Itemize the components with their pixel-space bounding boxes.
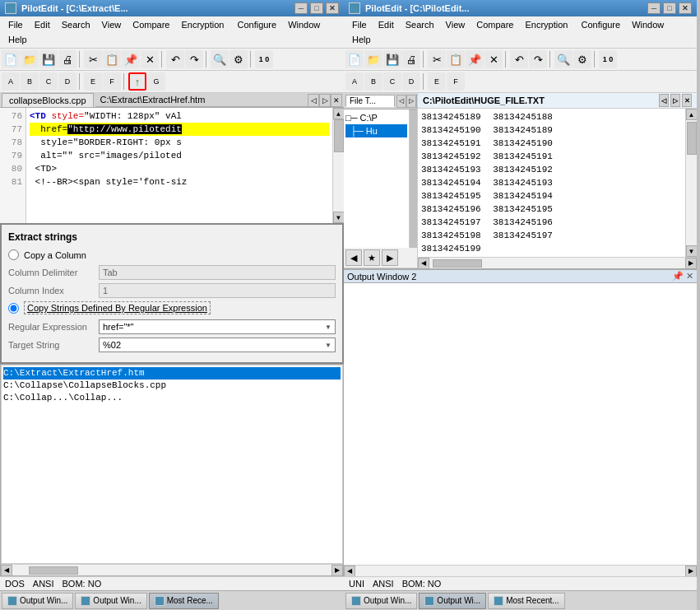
right-menu-view[interactable]: View [441,18,471,31]
tb2-icon4[interactable]: D [58,72,76,91]
r-delete-icon[interactable]: ✕ [484,50,503,68]
scroll-thumb[interactable] [334,119,344,152]
r-new-icon[interactable]: 📄 [345,50,364,68]
output-h-scroll[interactable]: ◀ ▶ [1,564,343,575]
r-taskbar-btn-1[interactable]: Output Wi... [419,593,486,609]
find-icon[interactable]: 🔍 [211,50,229,68]
delimiter-input[interactable]: Tab [99,265,336,280]
index-input[interactable]: 1 [99,283,336,298]
redo-icon[interactable]: ↷ [185,50,203,68]
right-tab-next[interactable]: ▷ [406,95,416,108]
hex-close[interactable]: ✕ [682,94,692,107]
right-menu-file[interactable]: File [347,18,372,31]
output-list[interactable]: C:\Extract\ExtractHref.htm C:\Collapse\C… [1,365,343,564]
menu-help[interactable]: Help [3,33,32,46]
upload-icon[interactable]: ↑ [128,72,146,91]
menu-compare[interactable]: Compare [127,18,174,31]
right-h-scroll[interactable]: ◀ ▶ [418,257,697,268]
r-scroll-up[interactable]: ▲ [686,109,698,120]
taskbar-btn-2[interactable]: Most Rece... [149,593,219,609]
tab-file-tree[interactable]: File T... [345,95,395,107]
cut-icon[interactable]: ✂ [84,50,102,68]
right-maximize-button[interactable]: □ [663,2,676,14]
open-icon[interactable]: 📁 [21,50,39,68]
undo-icon[interactable]: ↶ [166,50,184,68]
regex-input[interactable]: href="*" ▼ [99,319,336,334]
r-find-icon[interactable]: 🔍 [554,50,573,68]
tb2-icon3[interactable]: C [39,72,58,91]
tree-item-root[interactable]: □─ C:\P [345,111,407,124]
file-tree[interactable]: □─ C:\P ├─ Hu [344,109,410,248]
r-h-scroll-thumb[interactable] [433,259,482,268]
r-paste-icon[interactable]: 📌 [466,50,484,68]
r-taskbar-btn-2[interactable]: Most Recent... [488,593,564,609]
right-code-scrollbar[interactable]: ▲ ▼ [685,109,697,257]
hex-prev[interactable]: ◁ [659,94,669,107]
scroll-up[interactable]: ▲ [333,108,345,119]
nav-bookmark[interactable]: ★ [364,249,380,266]
r-scroll-down[interactable]: ▼ [686,245,698,257]
out-h-right[interactable]: ▶ [685,566,697,577]
menu-search[interactable]: Search [57,18,95,31]
r-number-icon[interactable]: 1 0 [599,50,617,68]
menu-encryption[interactable]: Encryption [176,18,229,31]
r-open-icon[interactable]: 📁 [364,50,382,68]
r-copy-icon[interactable]: 📋 [447,50,465,68]
r-save-icon[interactable]: 💾 [383,50,401,68]
nav-next[interactable]: ▶ [382,249,398,266]
menu-edit[interactable]: Edit [30,18,55,31]
print-icon[interactable]: 🖨 [58,50,76,68]
r-tb2-icon3[interactable]: C [383,72,401,91]
r-tb2-icon6[interactable]: F [447,72,465,91]
panel-close-icon[interactable]: ✕ [686,271,693,282]
r-redo-icon[interactable]: ↷ [529,50,547,68]
target-dropdown[interactable]: ▼ [325,342,331,349]
right-close-button[interactable]: ✕ [679,2,692,14]
tb2-icon1[interactable]: A [2,72,20,91]
r-undo-icon[interactable]: ↶ [510,50,528,68]
minimize-button[interactable]: ─ [294,2,308,14]
right-minimize-button[interactable]: ─ [647,2,661,14]
output-h-scroll-2[interactable]: ◀ ▶ [344,565,697,576]
code-content[interactable]: <TD style="WIDTH: 128px" vAl href="http:… [26,108,332,223]
h-scroll-right[interactable]: ▶ [331,565,343,576]
right-menu-search[interactable]: Search [401,18,439,31]
hex-next[interactable]: ▷ [670,94,680,107]
replace-icon[interactable]: ⚙ [229,50,248,68]
tb2-icon8[interactable]: G [147,72,165,91]
save-icon[interactable]: 💾 [39,50,58,68]
tb2-icon6[interactable]: F [103,72,121,91]
menu-file[interactable]: File [3,18,28,31]
r-h-scroll-left[interactable]: ◀ [418,258,429,269]
maximize-button[interactable]: □ [310,2,323,14]
code-editor[interactable]: 76 77 78 79 80 81 <TD style="WIDTH: 128p… [0,108,344,223]
right-menu-encryption[interactable]: Encryption [520,18,573,31]
menu-configure[interactable]: Configure [232,18,281,31]
r-scroll-thumb[interactable] [687,122,697,155]
r-tb2-icon2[interactable]: B [364,72,382,91]
h-scroll-thumb[interactable] [29,566,78,575]
right-menu-window[interactable]: Window [627,18,669,31]
r-tb2-icon5[interactable]: E [428,72,446,91]
output-item-1[interactable]: C:\Collapse\CollapseBlocks.cpp [3,380,341,392]
output-item-0[interactable]: C:\Extract\ExtractHref.htm [3,367,341,380]
paste-icon[interactable]: 📌 [122,50,140,68]
menu-view[interactable]: View [97,18,127,31]
r-tb2-icon1[interactable]: A [345,72,364,91]
output-item-2[interactable]: C:\Collap...\Collap... [3,392,341,404]
regex-dropdown[interactable]: ▼ [325,324,331,331]
left-code-scrollbar[interactable]: ▲ ▼ [332,108,344,223]
tab-close[interactable]: ✕ [331,94,342,107]
right-tab-prev[interactable]: ◁ [396,95,406,108]
r-tb2-icon4[interactable]: D [402,72,420,91]
right-menu-configure[interactable]: Configure [576,18,625,31]
delete-icon[interactable]: ✕ [141,50,159,68]
copy-icon[interactable]: 📋 [103,50,121,68]
tab-prev[interactable]: ◁ [308,94,319,107]
number-icon[interactable]: 1 0 [255,50,273,68]
right-menu-help[interactable]: Help [347,33,376,46]
tree-item-huge[interactable]: ├─ Hu [345,124,407,137]
h-scroll-left[interactable]: ◀ [1,565,12,576]
r-cut-icon[interactable]: ✂ [428,50,446,68]
taskbar-btn-0[interactable]: Output Win... [2,593,73,609]
